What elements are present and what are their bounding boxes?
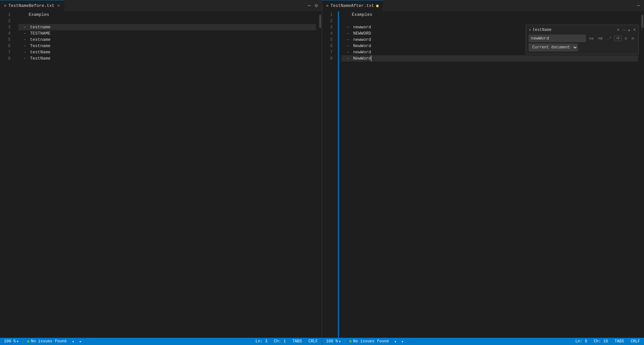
left-line4-marker: –	[18, 30, 29, 37]
left-tab-pin-icon: ⊕	[4, 3, 6, 8]
cursor	[371, 55, 374, 62]
right-line4-content: NEWWORD	[353, 30, 371, 37]
right-line3-content: newword	[353, 24, 371, 30]
left-line1-content: Examples	[18, 12, 49, 18]
left-line3-marker: –	[18, 24, 29, 30]
left-tab[interactable]: ⊕ TestNameBefore.txt ×	[0, 0, 65, 12]
left-code-area[interactable]: Examples – testname – TESTNAME	[16, 12, 319, 338]
left-line5-marker: –	[18, 37, 29, 43]
left-line-numbers: 1 2 3 4 5 6 7 8	[0, 12, 16, 338]
left-scrollbar[interactable]	[319, 12, 322, 338]
right-issues[interactable]: No issues found	[348, 339, 390, 344]
right-ch-value: Ch: 10	[594, 339, 608, 344]
right-line-numbers: 1 2 3 4 5 6 7 8	[322, 12, 338, 338]
left-encoding[interactable]: TABS	[291, 339, 303, 344]
find-search-input[interactable]	[529, 35, 586, 42]
right-line8-marker: –	[342, 55, 352, 62]
find-icon-btn1[interactable]: ⊡	[623, 35, 629, 41]
find-widget-close-icon[interactable]: ×	[617, 27, 619, 33]
left-line7-content: testName	[30, 49, 50, 55]
left-code-line-8: – TestName	[18, 55, 316, 62]
find-widget-close2-icon[interactable]: ×	[633, 27, 636, 33]
right-line3-marker: –	[342, 24, 352, 30]
left-line4-content: TESTNAME	[30, 30, 50, 37]
left-nav-left[interactable]: ◂	[70, 339, 75, 344]
right-code-area[interactable]: Examples – newword – NEWWORD –	[339, 12, 641, 338]
left-tab-filename: TestNameBefore.txt	[8, 3, 54, 8]
left-code-line-5: – testname	[18, 37, 316, 43]
right-status-right: Ln: 8 Ch: 10 TABS CRLF	[571, 339, 644, 344]
left-line8-marker: –	[18, 55, 29, 62]
find-whole-word-btn[interactable]: AB	[596, 36, 605, 41]
right-line6-content: NewWord	[353, 43, 371, 49]
left-editor-wrapper: 1 2 3 4 5 6 7 8 Examples	[0, 12, 322, 338]
right-code-line-8: – NewWord	[342, 55, 638, 62]
right-tab-modified-dot	[376, 5, 379, 7]
left-issues-dot	[27, 340, 30, 343]
left-issues[interactable]: No issues found	[26, 339, 68, 344]
right-line5-content: newword	[353, 37, 371, 43]
right-scrollbar[interactable]	[641, 12, 644, 338]
find-action-icons: ⊡ ⊟	[623, 35, 636, 41]
find-widget-forward-icon[interactable]: →	[622, 27, 625, 33]
right-ln[interactable]: Ln: 8	[574, 339, 588, 344]
left-more-icon[interactable]: ⋯	[306, 2, 312, 10]
find-match-case-btn[interactable]: Aa	[587, 36, 595, 41]
left-status-right: Ln: 3 Ch: 1 TABS CRLF	[251, 339, 322, 344]
find-icon-btn2[interactable]: ⊟	[630, 35, 636, 41]
find-scope-select[interactable]: Current document Open editors Workspace	[529, 43, 578, 51]
right-zoom-value: 100 %	[326, 339, 338, 344]
left-eol-value: CRLF	[308, 339, 318, 344]
left-settings-icon[interactable]: ⚙	[313, 2, 319, 10]
left-editor-content: 1 2 3 4 5 6 7 8 Examples	[0, 12, 322, 338]
left-code-line-6: – Testname	[18, 43, 316, 49]
right-ch[interactable]: Ch: 10	[592, 339, 609, 344]
right-eol[interactable]: CRLF	[629, 339, 641, 344]
left-line3-content: testname	[30, 24, 50, 30]
left-ch[interactable]: Ch: 1	[273, 339, 287, 344]
left-status-bar: 100 % ▾ No issues found ◂ ▸ Ln: 3 Ch: 1	[0, 338, 322, 345]
right-tab[interactable]: ⊕ TestNameAfter.txt	[322, 0, 383, 12]
left-status-left: 100 % ▾ No issues found ◂ ▸	[0, 339, 251, 344]
find-preserve-case-btn[interactable]: AB	[614, 36, 622, 41]
left-ln[interactable]: Ln: 3	[254, 339, 269, 344]
find-widget: ▾ testName × → ▴ × Aa AB .*	[526, 25, 639, 54]
left-tab-bar-actions: ⋯ ⚙	[306, 2, 322, 10]
left-code-line-3: – testname	[18, 24, 316, 30]
right-line5-marker: –	[342, 37, 352, 43]
left-status-divider1	[23, 339, 23, 344]
right-issues-dot	[349, 340, 352, 343]
left-code-line-7: – testName	[18, 49, 316, 55]
left-ch-value: Ch: 1	[274, 339, 286, 344]
left-editor-pane: ⊕ TestNameBefore.txt × ⋯ ⚙ 1 2 3 4 5 6 7	[0, 0, 322, 345]
right-status-bar: 100 % ▾ No issues found ◂ ▸ Ln: 8 Ch: 10	[322, 338, 644, 345]
left-tab-close-icon[interactable]: ×	[57, 3, 60, 9]
find-options: Aa AB .* AB	[587, 36, 621, 41]
left-eol[interactable]: CRLF	[307, 339, 319, 344]
find-widget-expand-icon[interactable]: ▴	[628, 27, 630, 33]
find-input-row: Aa AB .* AB ⊡ ⊟	[529, 35, 636, 42]
left-line8-content: TestName	[30, 55, 50, 62]
left-zoom-chevron: ▾	[16, 339, 19, 344]
left-scrollbar-thumb	[319, 15, 321, 28]
right-scrollbar-thumb	[641, 15, 643, 28]
right-nav-right[interactable]: ▸	[400, 339, 405, 344]
left-zoom[interactable]: 100 % ▾	[3, 339, 20, 344]
left-code-line-2	[18, 18, 316, 24]
left-issues-label: No issues found	[31, 339, 66, 344]
right-encoding[interactable]: TABS	[613, 339, 625, 344]
right-editor-wrapper: ▾ testName × → ▴ × Aa AB .*	[322, 12, 644, 338]
right-more-icon[interactable]: ⋯	[635, 2, 641, 10]
left-code-line-1: Examples	[18, 12, 316, 18]
find-widget-collapse-icon[interactable]: ▾	[529, 27, 531, 33]
right-line7-content: newWord	[353, 49, 371, 55]
find-regex-btn[interactable]: .*	[605, 36, 613, 41]
right-zoom[interactable]: 100 % ▾	[325, 339, 342, 344]
right-line4-marker: –	[342, 30, 352, 37]
right-nav-left[interactable]: ◂	[393, 339, 397, 344]
find-scope-row: Current document Open editors Workspace	[529, 43, 636, 51]
right-editor-pane: ⊕ TestNameAfter.txt ⋯ ▾ testName × → ▴ ×	[322, 0, 644, 345]
right-code-line-2	[342, 18, 638, 24]
left-nav-right[interactable]: ▸	[78, 339, 83, 344]
right-ln-value: Ln: 8	[575, 339, 587, 344]
